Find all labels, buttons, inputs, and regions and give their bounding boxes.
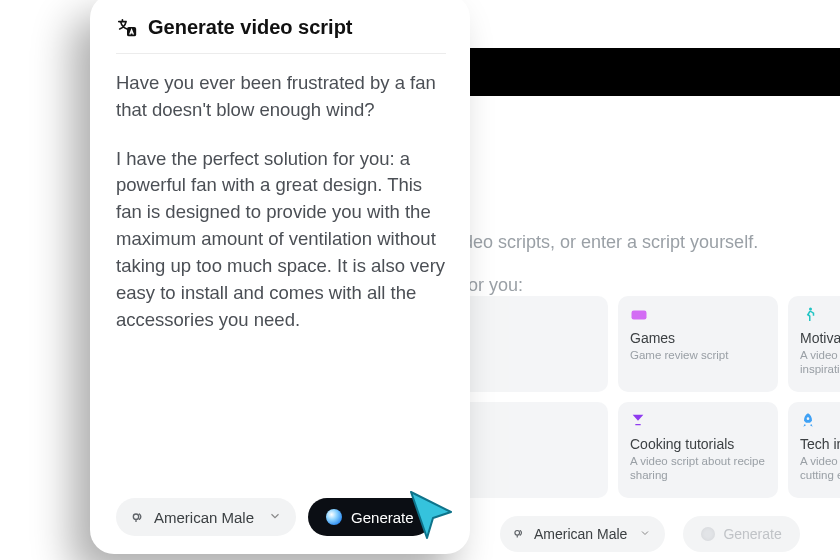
generate-button[interactable]: Generate [308,498,432,536]
svg-point-4 [133,514,138,519]
card-title: Tech info [800,436,840,452]
bg-controls-row: American Male Generate [500,516,800,552]
popup-controls-row: American Male Generate [116,498,446,536]
card-icon [448,412,596,432]
running-icon [800,306,840,326]
voice-icon [512,527,526,541]
page-title-fragment: pt [430,122,840,154]
cocktail-icon [630,412,766,432]
script-paragraph: I have the perfect solution for you: a p… [116,146,446,334]
voice-select[interactable]: American Male [116,498,296,536]
suggestion-card-cooking[interactable]: Cooking tutorials A video script about r… [618,402,778,498]
card-desc [448,348,596,362]
chevron-down-icon [639,526,651,542]
card-desc: A video script about an inspirational st… [800,348,840,377]
script-paragraph: Have you ever been frustrated by a fan t… [116,70,446,124]
svg-point-1 [809,308,812,311]
voice-label: American Male [154,509,254,526]
card-title: Cooking tutorials [630,436,766,452]
rocket-icon [800,412,840,432]
chevron-down-icon [268,509,282,526]
card-title [448,330,596,346]
suggestions-heading: ipts for you: [430,275,840,296]
orb-icon-disabled [701,527,715,541]
svg-rect-0 [632,311,647,320]
voice-label: American Male [534,526,627,542]
generate-button-disabled: Generate [683,516,799,552]
suggestion-card-tech[interactable]: Tech info A video script about cutting e… [788,402,840,498]
suggestion-cards-grid: Games Game review script Motivational st… [448,296,840,498]
popup-header: Generate video script [116,16,446,54]
generate-label: Generate [723,526,781,542]
card-title: Games [630,330,766,346]
script-text-area[interactable]: Have you ever been frustrated by a fan t… [116,70,446,490]
generate-label: Generate [351,509,414,526]
gamepad-icon [630,306,766,326]
card-title [448,436,596,452]
page-subtitle: te video scripts, or enter a script your… [430,232,840,253]
voice-icon [130,510,144,524]
translate-icon [116,17,138,39]
card-desc: A video script about recipe sharing [630,454,766,483]
card-desc: A video script about cutting edge techno… [800,454,840,483]
card-title: Motivational stories [800,330,840,346]
generate-script-popup: Generate video script Have you ever been… [90,0,470,554]
card-icon [448,306,596,326]
card-desc [448,454,596,468]
orb-icon [326,509,342,525]
voice-select-bg[interactable]: American Male [500,516,665,552]
popup-title: Generate video script [148,16,353,39]
suggestion-card-motivational[interactable]: Motivational stories A video script abou… [788,296,840,392]
suggestion-card[interactable] [448,402,608,498]
card-desc: Game review script [630,348,766,362]
svg-point-2 [515,531,520,536]
suggestion-card-games[interactable]: Games Game review script [618,296,778,392]
suggestion-card[interactable] [448,296,608,392]
